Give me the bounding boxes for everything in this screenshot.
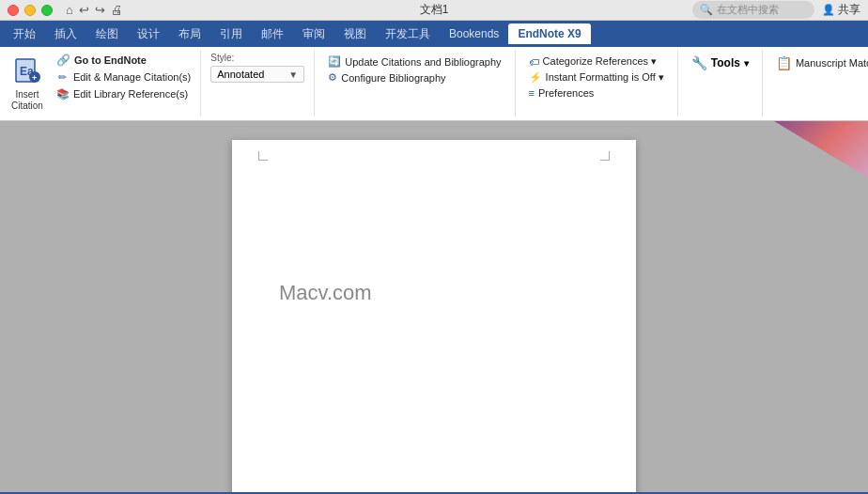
style-selector[interactable]: Annotated ▼ xyxy=(210,66,304,83)
update-icon: 🔄 xyxy=(328,55,341,68)
instant-formatting-button[interactable]: ⚡ Instant Formatting is Off ▾ xyxy=(525,70,668,85)
tab-insert[interactable]: 插入 xyxy=(45,23,86,46)
insert-citation-icon: Ea + xyxy=(13,56,41,89)
style-label: Style: xyxy=(210,53,304,63)
maximize-button[interactable] xyxy=(41,5,53,16)
update-citations-button[interactable]: 🔄 Update Citations and Bibliography xyxy=(324,54,504,69)
share-icon: 👤 xyxy=(822,4,835,16)
tools-icon: 🔧 xyxy=(691,55,707,70)
home-icon[interactable]: ⌂ xyxy=(66,3,73,17)
categorize-icon: 🏷 xyxy=(529,56,539,68)
tools-group: 🔧 Tools ▾ xyxy=(678,51,763,116)
tab-endnote[interactable]: EndNote X9 xyxy=(508,23,590,44)
corner-mark-tl xyxy=(258,151,268,161)
tab-draw[interactable]: 绘图 xyxy=(86,23,128,46)
tools-arrow-icon: ▾ xyxy=(744,58,749,69)
svg-text:+: + xyxy=(32,73,37,83)
page-content[interactable]: Macv.com xyxy=(232,140,636,362)
goto-endnote-button[interactable]: 🔗 Go to EndNote xyxy=(53,53,194,68)
insert-citation-group: Ea + InsertCitation 🔗 Go to EndNote ✏ Ed… xyxy=(0,51,201,116)
edit-library-icon: 📚 xyxy=(56,87,70,100)
preferences-label: Preferences xyxy=(538,87,594,99)
tab-bookends[interactable]: Bookends xyxy=(440,23,508,44)
ribbon-nav: 开始 插入 绘图 设计 布局 引用 邮件 审阅 视图 开发工具 Bookends… xyxy=(0,21,868,47)
corner-mark-tr xyxy=(600,151,610,161)
edit-citation-label: Edit & Manage Citation(s) xyxy=(73,71,191,83)
tab-view[interactable]: 视图 xyxy=(334,23,376,46)
search-box[interactable]: 🔍 在文档中搜索 xyxy=(692,1,814,19)
tab-mail[interactable]: 邮件 xyxy=(252,23,293,46)
instant-label: Instant Formatting is Off ▾ xyxy=(546,71,664,84)
tab-start[interactable]: 开始 xyxy=(4,23,45,46)
manuscript-group: 📋 Manuscript Matcher xyxy=(763,51,868,116)
tab-reference[interactable]: 引用 xyxy=(210,23,252,46)
title-bar-right: 🔍 在文档中搜索 👤 共享 xyxy=(692,1,860,19)
print-icon[interactable]: 🖨 xyxy=(111,3,123,17)
insert-citation-label: InsertCitation xyxy=(11,89,43,112)
manuscript-matcher-button[interactable]: 📋 Manuscript Matcher xyxy=(772,54,868,71)
search-placeholder: 在文档中搜索 xyxy=(717,3,779,17)
style-arrow-icon: ▼ xyxy=(288,69,298,80)
manuscript-icon: 📋 xyxy=(776,55,792,70)
window-controls xyxy=(8,5,53,16)
update-citations-label: Update Citations and Bibliography xyxy=(345,56,501,68)
tools-label: Tools xyxy=(711,56,740,69)
corner-decoration xyxy=(774,121,868,178)
tab-design[interactable]: 设计 xyxy=(128,23,169,46)
configure-icon: ⚙ xyxy=(328,71,337,84)
tab-review[interactable]: 审阅 xyxy=(293,23,334,46)
preferences-button[interactable]: ≡ Preferences xyxy=(525,86,668,100)
tab-developer[interactable]: 开发工具 xyxy=(376,23,440,46)
undo-icon[interactable]: ↩ xyxy=(79,3,89,17)
redo-icon[interactable]: ↪ xyxy=(95,3,105,17)
watermark-text: Macv.com xyxy=(279,281,589,305)
close-button[interactable] xyxy=(8,5,19,16)
insert-citation-button[interactable]: Ea + InsertCitation xyxy=(6,54,49,114)
edit-citation-icon: ✏ xyxy=(56,70,70,84)
document-title: 文档1 xyxy=(420,2,449,18)
minimize-button[interactable] xyxy=(24,5,36,16)
configure-bibliography-label: Configure Bibliography xyxy=(341,72,445,84)
instant-icon: ⚡ xyxy=(529,71,542,84)
ribbon-body: Ea + InsertCitation 🔗 Go to EndNote ✏ Ed… xyxy=(0,47,868,121)
edit-manage-citation-button[interactable]: ✏ Edit & Manage Citation(s) xyxy=(53,69,194,85)
document-area: Macv.com xyxy=(0,121,868,492)
categorize-group: 🏷 Categorize References ▾ ⚡ Instant Form… xyxy=(516,51,678,116)
tab-layout[interactable]: 布局 xyxy=(169,23,210,46)
search-icon: 🔍 xyxy=(700,4,713,16)
document-page: Macv.com xyxy=(232,140,636,492)
style-value: Annotated xyxy=(217,69,264,80)
preferences-icon: ≡ xyxy=(529,87,535,99)
goto-endnote-icon: 🔗 xyxy=(56,54,70,67)
tools-button[interactable]: 🔧 Tools ▾ xyxy=(688,54,752,71)
bibliography-group: 🔄 Update Citations and Bibliography ⚙ Co… xyxy=(315,51,515,116)
categorize-label: Categorize References ▾ xyxy=(543,55,658,68)
edit-library-button[interactable]: 📚 Edit Library Reference(s) xyxy=(53,86,194,101)
edit-library-label: Edit Library Reference(s) xyxy=(73,88,188,100)
share-label: 共享 xyxy=(838,2,860,18)
citation-sub-items: 🔗 Go to EndNote ✏ Edit & Manage Citation… xyxy=(53,53,194,115)
style-group: Style: Annotated ▼ xyxy=(201,51,315,116)
manuscript-label: Manuscript Matcher xyxy=(796,57,868,69)
configure-bibliography-button[interactable]: ⚙ Configure Bibliography xyxy=(324,70,504,85)
categorize-references-button[interactable]: 🏷 Categorize References ▾ xyxy=(525,54,668,69)
title-bar: ⌂ ↩ ↪ 🖨 文档1 🔍 在文档中搜索 👤 共享 xyxy=(0,0,868,21)
goto-endnote-label: Go to EndNote xyxy=(74,54,147,66)
share-button[interactable]: 👤 共享 xyxy=(822,2,860,18)
